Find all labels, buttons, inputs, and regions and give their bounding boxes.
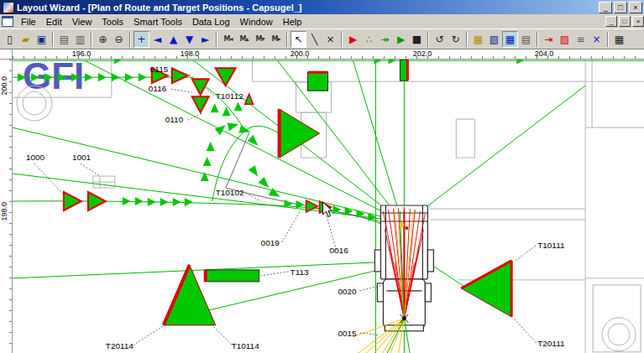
close-button[interactable]: ×	[629, 2, 642, 13]
label-leaders	[34, 70, 536, 345]
canvas-label: 1001	[72, 153, 92, 162]
child-close-button[interactable]: ×	[632, 16, 644, 27]
menu-view[interactable]: View	[67, 16, 97, 28]
select-tool-button[interactable]: ↖	[291, 31, 306, 48]
menubar: File Edit View Tools Smart Tools Data Lo…	[0, 14, 644, 29]
cancel-button[interactable]: ×	[589, 31, 605, 48]
pan-up-button[interactable]: ▲	[165, 31, 181, 48]
ruler-value: 198.0	[0, 202, 8, 221]
menu-data-log[interactable]: Data Log	[187, 16, 235, 28]
ruler-value: 204.0	[535, 49, 554, 58]
menu-file[interactable]: File	[16, 16, 41, 28]
ruler-value: 202.0	[413, 49, 432, 58]
ruler-value: 198.0	[181, 49, 200, 58]
play-button[interactable]: ▶	[393, 31, 409, 48]
table-routes-button[interactable]: ▦	[502, 31, 518, 48]
pan-down-button[interactable]: ▼	[181, 31, 197, 48]
table-edit-button[interactable]: ▧	[486, 31, 502, 48]
toolbar-separator	[466, 32, 468, 47]
toolbar-separator	[537, 32, 538, 47]
export-route-button[interactable]: ⇥	[541, 31, 557, 48]
canvas-label: T10114	[232, 341, 260, 350]
menu-edit[interactable]: Edit	[41, 16, 67, 28]
print-button[interactable]: ▤	[56, 31, 72, 48]
canvas-label: T10112	[216, 91, 244, 101]
ruler-value: 196.0	[72, 49, 92, 58]
app-icon	[3, 2, 14, 13]
ruler-value: 200.0	[0, 76, 8, 96]
maximize-button[interactable]: □	[614, 2, 627, 13]
list-view-button[interactable]: ≡	[573, 31, 589, 48]
zoom-in-button[interactable]: ⊕	[95, 31, 111, 48]
titlebar: Layout Wizard - [Plan of Route and Targe…	[0, 0, 644, 14]
mark-right-button[interactable]: M▸	[268, 31, 284, 48]
canvas-label: T10111	[537, 241, 565, 250]
mark-left-button[interactable]: M◂	[220, 31, 236, 48]
ruler-row: 196.0 198.0 200.0 202.0 204.0	[0, 49, 644, 60]
content: 200.0 198.0 GFI	[0, 60, 644, 353]
table-positions-button[interactable]: ▦	[470, 31, 486, 48]
step-button[interactable]: ↠	[377, 31, 393, 48]
minimize-button[interactable]: _	[599, 2, 612, 13]
canvas-label: T20114	[106, 341, 134, 350]
horizontal-ruler: 196.0 198.0 200.0 202.0 204.0	[13, 49, 644, 60]
print-preview-button[interactable]: ▥	[72, 31, 88, 48]
toolbar-separator	[427, 32, 429, 47]
mark-up-button[interactable]: M▴	[236, 31, 252, 48]
open-button[interactable]: ▰	[18, 31, 34, 48]
rotate-cw-button[interactable]: ↻	[448, 31, 463, 48]
menu-smart-tools[interactable]: Smart Tools	[128, 16, 187, 28]
run-route-button[interactable]: ▶	[345, 31, 361, 48]
vertical-ruler: 200.0 198.0	[0, 60, 13, 353]
canvas-label: 0019	[261, 238, 280, 247]
grid-toggle-button[interactable]: ▦	[611, 31, 627, 48]
toolbar-separator	[216, 32, 217, 47]
child-restore-button[interactable]: □	[619, 16, 631, 27]
mark-down-button[interactable]: M▾	[252, 31, 268, 48]
ruler-value: 200.0	[291, 49, 310, 58]
pan-left-button[interactable]: ◄	[149, 31, 165, 48]
toolbar-separator	[341, 32, 343, 47]
pan-right-button[interactable]: ►	[197, 31, 213, 48]
route-arrows	[18, 60, 524, 226]
window-title: Layout Wizard - [Plan of Route and Targe…	[17, 3, 597, 13]
toolbar: ▯ ▰ ▣ ▤ ▥ ⊕ ⊖ + ◄ ▲ ▼ ► M◂ M▴ M▾ M▸ ↖ ╲ …	[0, 29, 644, 49]
labels: 0115 0116 0110 T10112 1000 1001 T10102 0…	[26, 65, 565, 350]
canvas-label: 0020	[338, 287, 357, 296]
table-add-button[interactable]: ▤	[518, 31, 534, 48]
plan-canvas[interactable]: GFI	[13, 60, 644, 353]
canvas-label: 0015	[338, 329, 357, 338]
ruler-corner	[0, 49, 13, 60]
route-points-button[interactable]: ∴	[361, 31, 377, 48]
canvas-label: 0115	[150, 65, 169, 74]
canvas-label: 0110	[165, 115, 184, 124]
toolbar-separator	[91, 32, 92, 47]
stop-button[interactable]: ■	[409, 31, 425, 48]
canvas-label: 0116	[149, 84, 167, 93]
toolbar-separator	[286, 32, 288, 47]
pan-button[interactable]: +	[134, 31, 149, 48]
canvas-label: T113	[291, 267, 309, 277]
canvas-label: T20111	[537, 339, 565, 348]
erase-button[interactable]: ×	[322, 31, 338, 48]
save-button[interactable]: ▣	[34, 31, 50, 48]
toolbar-separator	[129, 32, 131, 47]
draw-line-button[interactable]: ╲	[306, 31, 322, 48]
menu-window[interactable]: Window	[235, 16, 278, 28]
canvas-label: 1000	[26, 153, 45, 162]
toolbar-separator	[52, 32, 54, 47]
new-button[interactable]: ▯	[2, 31, 18, 48]
export-grid-button[interactable]: ▨	[557, 31, 573, 48]
zoom-out-button[interactable]: ⊖	[111, 31, 127, 48]
menu-tools[interactable]: Tools	[97, 16, 128, 28]
app-window: Layout Wizard - [Plan of Route and Targe…	[0, 0, 644, 353]
menu-help[interactable]: Help	[278, 16, 307, 28]
canvas-label: 0016	[329, 246, 348, 255]
canvas-label: T10102	[216, 188, 244, 197]
toolbar-separator	[607, 32, 609, 47]
rotate-ccw-button[interactable]: ↺	[432, 31, 448, 48]
child-window-icon[interactable]	[2, 16, 13, 27]
child-minimize-button[interactable]: _	[605, 16, 617, 27]
